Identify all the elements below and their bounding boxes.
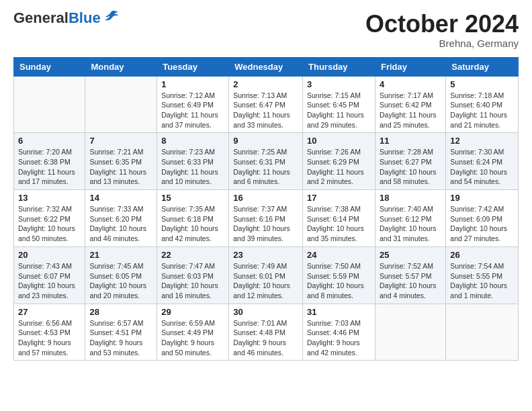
table-row: 29Sunrise: 6:59 AM Sunset: 4:49 PM Dayli… [157,304,229,361]
table-row: 17Sunrise: 7:38 AM Sunset: 6:14 PM Dayli… [303,190,375,247]
day-number: 26 [450,250,514,260]
calendar-page: GeneralBlue October 2024 Brehna, Germany… [0,0,532,371]
header: GeneralBlue October 2024 Brehna, Germany [13,11,519,49]
day-detail: Sunrise: 7:35 AM Sunset: 6:18 PM Dayligh… [161,204,224,244]
calendar-week-row: 27Sunrise: 6:56 AM Sunset: 4:53 PM Dayli… [14,304,519,361]
day-detail: Sunrise: 7:23 AM Sunset: 6:33 PM Dayligh… [161,147,224,187]
day-number: 7 [89,136,152,146]
day-number: 17 [307,193,371,203]
day-number: 3 [307,79,371,89]
day-number: 28 [89,307,152,317]
table-row: 19Sunrise: 7:42 AM Sunset: 6:09 PM Dayli… [446,190,519,247]
table-row: 23Sunrise: 7:49 AM Sunset: 6:01 PM Dayli… [229,246,303,304]
table-row: 15Sunrise: 7:35 AM Sunset: 6:18 PM Dayli… [157,190,229,247]
table-row [14,76,85,133]
table-row: 2Sunrise: 7:13 AM Sunset: 6:47 PM Daylig… [229,76,303,133]
day-detail: Sunrise: 7:25 AM Sunset: 6:31 PM Dayligh… [233,147,298,187]
logo-blue: Blue [69,9,101,26]
day-number: 14 [89,193,152,203]
day-detail: Sunrise: 7:28 AM Sunset: 6:27 PM Dayligh… [380,147,441,187]
calendar-week-row: 1Sunrise: 7:12 AM Sunset: 6:49 PM Daylig… [14,76,519,133]
day-number: 29 [161,307,224,317]
table-row: 10Sunrise: 7:26 AM Sunset: 6:29 PM Dayli… [303,133,375,190]
day-number: 13 [18,193,81,203]
logo-text: GeneralBlue [13,11,101,26]
table-row: 21Sunrise: 7:45 AM Sunset: 6:05 PM Dayli… [85,246,157,304]
table-row [375,304,445,361]
day-number: 8 [161,136,224,146]
col-monday: Monday [85,57,157,76]
table-row: 8Sunrise: 7:23 AM Sunset: 6:33 PM Daylig… [157,133,229,190]
day-number: 31 [307,307,371,317]
day-detail: Sunrise: 7:45 AM Sunset: 6:05 PM Dayligh… [89,261,152,301]
day-number: 2 [233,79,298,89]
table-row: 7Sunrise: 7:21 AM Sunset: 6:35 PM Daylig… [85,133,157,190]
table-row: 12Sunrise: 7:30 AM Sunset: 6:24 PM Dayli… [446,133,519,190]
day-number: 6 [18,136,81,146]
day-number: 18 [380,193,441,203]
calendar-week-row: 13Sunrise: 7:32 AM Sunset: 6:22 PM Dayli… [14,190,519,247]
table-row: 24Sunrise: 7:50 AM Sunset: 5:59 PM Dayli… [303,246,375,304]
day-number: 27 [18,307,81,317]
table-row: 5Sunrise: 7:18 AM Sunset: 6:40 PM Daylig… [446,76,519,133]
col-wednesday: Wednesday [229,57,303,76]
day-detail: Sunrise: 7:47 AM Sunset: 6:03 PM Dayligh… [161,261,224,301]
table-row: 16Sunrise: 7:37 AM Sunset: 6:16 PM Dayli… [229,190,303,247]
table-row: 13Sunrise: 7:32 AM Sunset: 6:22 PM Dayli… [14,190,85,247]
day-number: 22 [161,250,224,260]
day-detail: Sunrise: 7:33 AM Sunset: 6:20 PM Dayligh… [89,204,152,244]
table-row: 1Sunrise: 7:12 AM Sunset: 6:49 PM Daylig… [157,76,229,133]
col-sunday: Sunday [14,57,85,76]
day-detail: Sunrise: 7:52 AM Sunset: 5:57 PM Dayligh… [380,261,441,301]
day-detail: Sunrise: 7:49 AM Sunset: 6:01 PM Dayligh… [233,261,298,301]
day-detail: Sunrise: 6:59 AM Sunset: 4:49 PM Dayligh… [161,318,224,358]
day-detail: Sunrise: 7:50 AM Sunset: 5:59 PM Dayligh… [307,261,371,301]
table-row: 30Sunrise: 7:01 AM Sunset: 4:48 PM Dayli… [229,304,303,361]
day-detail: Sunrise: 7:01 AM Sunset: 4:48 PM Dayligh… [233,318,298,358]
table-row: 26Sunrise: 7:54 AM Sunset: 5:55 PM Dayli… [446,246,519,304]
table-row: 28Sunrise: 6:57 AM Sunset: 4:51 PM Dayli… [85,304,157,361]
day-detail: Sunrise: 7:38 AM Sunset: 6:14 PM Dayligh… [307,204,371,244]
day-number: 30 [233,307,298,317]
day-detail: Sunrise: 7:54 AM Sunset: 5:55 PM Dayligh… [450,261,514,301]
day-number: 25 [380,250,441,260]
table-row: 9Sunrise: 7:25 AM Sunset: 6:31 PM Daylig… [229,133,303,190]
table-row: 4Sunrise: 7:17 AM Sunset: 6:42 PM Daylig… [375,76,445,133]
day-detail: Sunrise: 7:42 AM Sunset: 6:09 PM Dayligh… [450,204,514,244]
day-number: 15 [161,193,224,203]
day-detail: Sunrise: 7:03 AM Sunset: 4:46 PM Dayligh… [307,318,371,358]
calendar-week-row: 20Sunrise: 7:43 AM Sunset: 6:07 PM Dayli… [14,246,519,304]
table-row: 31Sunrise: 7:03 AM Sunset: 4:46 PM Dayli… [303,304,375,361]
day-detail: Sunrise: 7:30 AM Sunset: 6:24 PM Dayligh… [450,147,514,187]
day-detail: Sunrise: 7:26 AM Sunset: 6:29 PM Dayligh… [307,147,371,187]
day-detail: Sunrise: 7:13 AM Sunset: 6:47 PM Dayligh… [233,91,298,130]
table-row [446,304,519,361]
day-number: 23 [233,250,298,260]
table-row: 22Sunrise: 7:47 AM Sunset: 6:03 PM Dayli… [157,246,229,304]
day-detail: Sunrise: 7:20 AM Sunset: 6:38 PM Dayligh… [18,147,81,187]
day-number: 24 [307,250,371,260]
calendar-header-row: Sunday Monday Tuesday Wednesday Thursday… [14,57,519,76]
day-number: 1 [161,79,224,89]
day-detail: Sunrise: 7:40 AM Sunset: 6:12 PM Dayligh… [380,204,441,244]
logo: GeneralBlue [13,11,120,26]
col-tuesday: Tuesday [157,57,229,76]
table-row: 14Sunrise: 7:33 AM Sunset: 6:20 PM Dayli… [85,190,157,247]
calendar-table: Sunday Monday Tuesday Wednesday Thursday… [13,57,519,361]
day-number: 19 [450,193,514,203]
day-detail: Sunrise: 7:18 AM Sunset: 6:40 PM Dayligh… [450,91,514,130]
day-detail: Sunrise: 7:17 AM Sunset: 6:42 PM Dayligh… [380,91,441,130]
day-number: 21 [89,250,152,260]
day-detail: Sunrise: 7:12 AM Sunset: 6:49 PM Dayligh… [161,91,224,130]
col-friday: Friday [375,57,445,76]
month-year: October 2024 [365,11,519,38]
col-saturday: Saturday [446,57,519,76]
table-row: 11Sunrise: 7:28 AM Sunset: 6:27 PM Dayli… [375,133,445,190]
day-detail: Sunrise: 7:32 AM Sunset: 6:22 PM Dayligh… [18,204,81,244]
day-number: 4 [380,79,441,89]
day-number: 9 [233,136,298,146]
day-number: 11 [380,136,441,146]
table-row: 27Sunrise: 6:56 AM Sunset: 4:53 PM Dayli… [14,304,85,361]
table-row: 25Sunrise: 7:52 AM Sunset: 5:57 PM Dayli… [375,246,445,304]
table-row: 3Sunrise: 7:15 AM Sunset: 6:45 PM Daylig… [303,76,375,133]
